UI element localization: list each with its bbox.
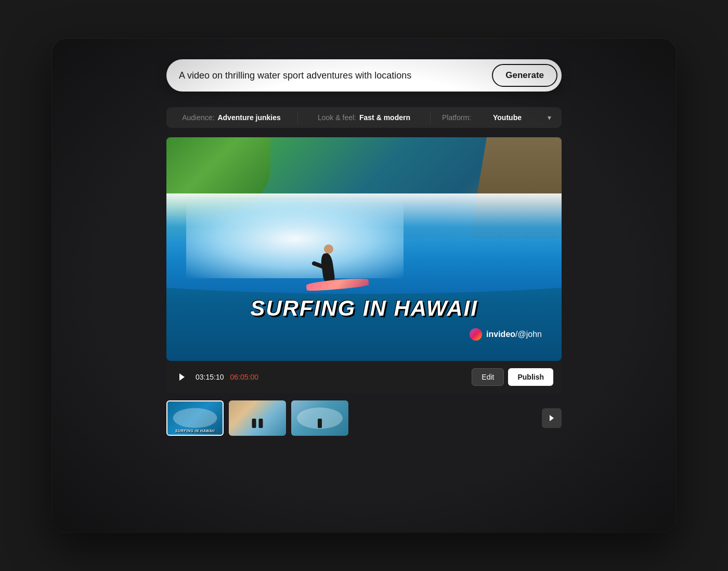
look-feel-control[interactable]: Look & feel: Fast & modern — [299, 107, 429, 128]
thumbnails-list: SURFING IN HAWAII — [166, 400, 537, 436]
video-scene: SURFING IN HAWAII invideo/@john — [166, 137, 562, 361]
brand-icon — [470, 328, 482, 341]
time-total: 06:05:00 — [230, 373, 259, 381]
generate-button[interactable]: Generate — [492, 64, 557, 87]
look-feel-label: Look & feel: — [318, 113, 356, 122]
video-brand: invideo/@john — [470, 328, 542, 341]
surfer-body — [320, 253, 335, 283]
thumbnail-1[interactable]: SURFING IN HAWAII — [166, 400, 224, 436]
thumb-figure-b — [259, 419, 263, 428]
platform-control[interactable]: Platform: Youtube ▾ — [432, 107, 562, 128]
thumb-label-1: SURFING IN HAWAII — [167, 429, 223, 433]
divider-1 — [297, 111, 298, 124]
app-container: Generate Audience: Adventure junkies Loo… — [52, 38, 676, 533]
thumb-wave-1 — [173, 408, 217, 428]
look-feel-value: Fast & modern — [359, 113, 410, 122]
video-title: SURFING IN HAWAII — [166, 296, 562, 321]
bg-foam — [186, 200, 404, 278]
bottom-controls: 03:15:10 06:05:00 Edit Publish — [166, 361, 562, 393]
edit-button[interactable]: Edit — [472, 368, 504, 386]
thumbnail-2[interactable] — [229, 400, 286, 436]
audience-control[interactable]: Audience: Adventure junkies — [166, 107, 296, 128]
surfer — [317, 216, 358, 289]
audience-label: Audience: — [182, 113, 214, 122]
platform-label: Platform: — [442, 113, 471, 122]
arrow-right-icon — [550, 415, 554, 421]
audience-value: Adventure junkies — [217, 113, 280, 122]
thumb-figure-a — [252, 419, 256, 428]
thumb-figures-2 — [252, 419, 263, 428]
action-buttons: Edit Publish — [472, 368, 553, 386]
divider-2 — [430, 111, 431, 124]
platform-value: Youtube — [493, 113, 522, 122]
play-icon — [179, 373, 185, 381]
time-current: 03:15:10 — [196, 373, 224, 381]
controls-bar: Audience: Adventure junkies Look & feel:… — [166, 107, 562, 128]
play-button[interactable] — [175, 370, 189, 384]
thumbnail-3[interactable] — [291, 400, 348, 436]
next-thumbnail-button[interactable] — [542, 408, 562, 428]
thumb-figure-c — [318, 419, 322, 428]
thumb-figures-3 — [318, 419, 322, 428]
search-bar: Generate — [166, 59, 562, 92]
search-input[interactable] — [179, 70, 492, 81]
video-player: SURFING IN HAWAII invideo/@john — [166, 137, 562, 361]
thumbnails-row: SURFING IN HAWAII — [166, 400, 562, 436]
surfer-head — [324, 244, 333, 254]
chevron-down-icon: ▾ — [548, 113, 551, 122]
publish-button[interactable]: Publish — [508, 368, 553, 386]
playback-controls: 03:15:10 06:05:00 — [175, 370, 258, 384]
brand-text: invideo/@john — [486, 330, 542, 339]
